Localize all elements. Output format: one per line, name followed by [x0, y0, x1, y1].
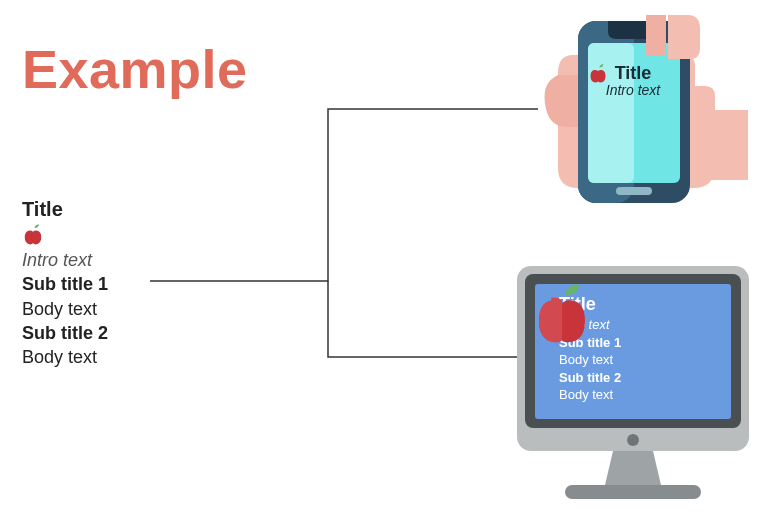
page-title: Example	[22, 38, 248, 100]
monitor-illustration: Title Intro text Sub title 1 Body text S…	[513, 262, 753, 512]
phone-intro: Intro text	[588, 82, 678, 98]
svg-rect-9	[565, 485, 701, 499]
monitor-sub2: Sub title 2	[559, 369, 721, 387]
phone-screen: Title Intro text	[588, 63, 678, 108]
source-body2: Body text	[22, 345, 108, 369]
source-title: Title	[22, 196, 108, 223]
source-content-block: Title Intro text Sub title 1 Body text S…	[22, 196, 108, 369]
source-sub2: Sub title 2	[22, 321, 108, 345]
svg-rect-5	[616, 187, 652, 195]
phone-illustration: Title Intro text	[518, 15, 738, 215]
source-intro: Intro text	[22, 248, 108, 272]
source-body1: Body text	[22, 297, 108, 321]
monitor-screen: Title Intro text Sub title 1 Body text S…	[535, 284, 731, 419]
apple-icon	[22, 223, 108, 248]
monitor-body1: Body text	[559, 351, 721, 369]
svg-point-8	[627, 434, 639, 446]
source-sub1: Sub title 1	[22, 272, 108, 296]
monitor-body2: Body text	[559, 386, 721, 404]
